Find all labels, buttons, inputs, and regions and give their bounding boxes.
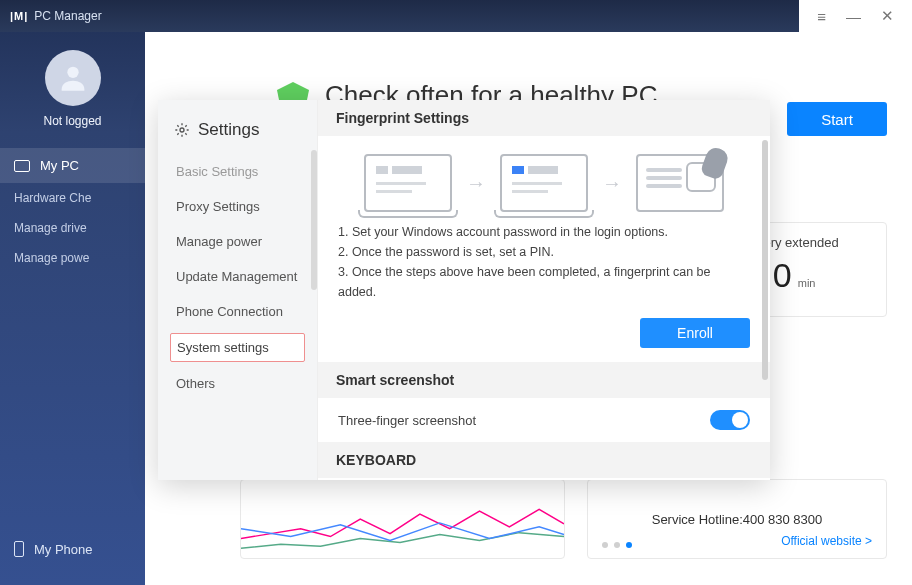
app-logo: |M| (10, 10, 28, 22)
settings-nav-others[interactable]: Others (158, 366, 317, 401)
service-hotline: Service Hotline:400 830 8300 (652, 512, 823, 527)
enroll-button[interactable]: Enroll (640, 318, 750, 348)
laptop-step2-icon (500, 154, 588, 212)
official-website-link[interactable]: Official website > (781, 534, 872, 548)
start-button[interactable]: Start (787, 102, 887, 136)
sidebar-item-my-phone[interactable]: My Phone (0, 531, 145, 567)
usage-chart (240, 479, 565, 559)
monitor-icon (14, 160, 30, 172)
settings-nav-proxy[interactable]: Proxy Settings (158, 189, 317, 224)
avatar (45, 50, 101, 106)
sidebar-item-label: My Phone (34, 542, 93, 557)
three-finger-screenshot-row: Three-finger screenshot (318, 398, 770, 442)
settings-body: Fingerprint Settings → → 1. Set your Win… (318, 100, 770, 480)
settings-heading: Settings (198, 120, 259, 140)
settings-dialog: ✕ Settings Basic Settings Proxy Settings… (158, 100, 770, 480)
fingerprint-reader-icon (636, 154, 724, 212)
sidebar-item-my-pc[interactable]: My PC (0, 148, 145, 183)
three-finger-toggle[interactable] (710, 410, 750, 430)
dot[interactable] (614, 542, 620, 548)
phone-icon (14, 541, 24, 557)
minimize-icon[interactable]: — (846, 8, 861, 25)
sidebar: Not logged My PC Hardware Che Manage dri… (0, 32, 145, 585)
fingerprint-steps: 1. Set your Windows account password in … (318, 222, 770, 312)
menu-icon[interactable]: ≡ (817, 8, 826, 25)
sidebar-item-drivers[interactable]: Manage drive (0, 213, 145, 243)
arrow-right-icon: → (602, 172, 622, 195)
settings-nav-update[interactable]: Update Management (158, 259, 317, 294)
laptop-step1-icon (364, 154, 452, 212)
fp-step-3: 3. Once the steps above have been comple… (338, 262, 750, 302)
settings-nav-scrollbar[interactable] (311, 150, 317, 290)
sidebar-nav: My PC Hardware Che Manage drive Manage p… (0, 148, 145, 273)
title-bar: |M| PC Manager (0, 0, 912, 32)
carousel-dots[interactable] (602, 542, 632, 548)
account-area[interactable]: Not logged (0, 32, 145, 138)
arrow-right-icon: → (466, 172, 486, 195)
settings-title: Settings (158, 114, 317, 154)
settings-nav-phone[interactable]: Phone Connection (158, 294, 317, 329)
app-title: PC Manager (34, 9, 101, 23)
three-finger-label: Three-finger screenshot (338, 413, 476, 428)
settings-body-scrollbar[interactable] (762, 140, 768, 380)
fingerprint-heading: Fingerprint Settings (318, 100, 770, 136)
svg-point-1 (180, 128, 184, 132)
battery-value: 0 (773, 256, 792, 295)
fp-step-2: 2. Once the password is set, set a PIN. (338, 242, 750, 262)
sidebar-item-label: My PC (40, 158, 79, 173)
settings-nav-system[interactable]: System settings (170, 333, 305, 362)
keyboard-heading: KEYBOARD (318, 442, 770, 478)
settings-nav: Settings Basic Settings Proxy Settings M… (158, 100, 318, 480)
settings-nav-basic[interactable]: Basic Settings (158, 154, 317, 189)
sidebar-item-hardware[interactable]: Hardware Che (0, 183, 145, 213)
person-icon (56, 61, 90, 95)
fingerprint-illustration: → → (318, 136, 770, 222)
close-icon[interactable]: ✕ (881, 7, 894, 25)
login-status: Not logged (43, 114, 101, 128)
dot-active[interactable] (626, 542, 632, 548)
gear-icon (174, 122, 190, 138)
settings-nav-power[interactable]: Manage power (158, 224, 317, 259)
fp-step-1: 1. Set your Windows account password in … (338, 222, 750, 242)
battery-unit: min (798, 277, 816, 289)
svg-point-0 (67, 67, 78, 78)
footer-card: Service Hotline:400 830 8300 Official we… (587, 479, 887, 559)
smart-screenshot-heading: Smart screenshot (318, 362, 770, 398)
window-controls: ≡ — ✕ (799, 0, 912, 32)
dot[interactable] (602, 542, 608, 548)
sidebar-item-power[interactable]: Manage powe (0, 243, 145, 273)
